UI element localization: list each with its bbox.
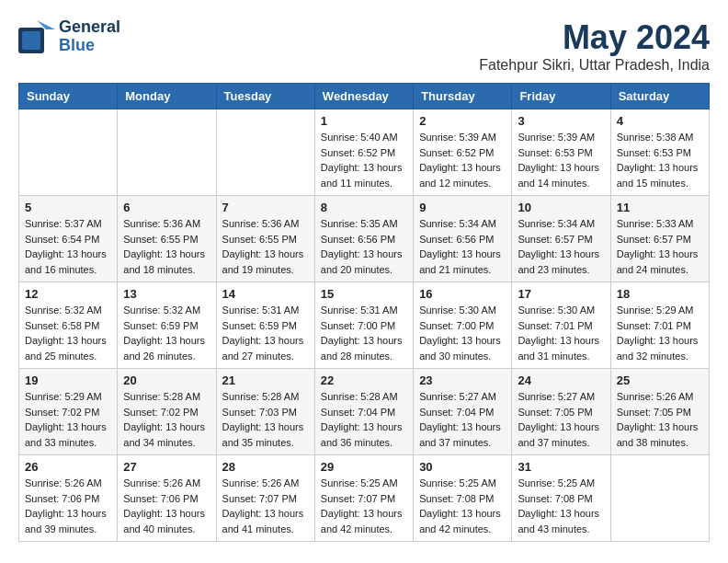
daylight-text: Daylight: 13 hours and 23 minutes. xyxy=(518,248,599,275)
calendar-day-header: Friday xyxy=(512,84,610,109)
daylight-text: Daylight: 13 hours and 16 minutes. xyxy=(25,248,107,275)
logo-text-line1: General xyxy=(59,18,120,37)
day-number: 14 xyxy=(222,287,309,301)
calendar-day-header: Monday xyxy=(118,84,216,109)
sunset-text: Sunset: 7:01 PM xyxy=(617,320,691,331)
calendar-header-row: SundayMondayTuesdayWednesdayThursdayFrid… xyxy=(19,84,710,109)
daylight-text: Daylight: 13 hours and 32 minutes. xyxy=(617,335,699,362)
daylight-text: Daylight: 13 hours and 38 minutes. xyxy=(617,421,699,448)
calendar-cell: 18 Sunrise: 5:29 AM Sunset: 7:01 PM Dayl… xyxy=(610,282,709,369)
sunrise-text: Sunrise: 5:31 AM xyxy=(222,304,300,316)
sunset-text: Sunset: 6:55 PM xyxy=(222,234,297,245)
day-number: 15 xyxy=(321,287,407,301)
daylight-text: Daylight: 13 hours and 18 minutes. xyxy=(123,248,205,275)
day-number: 22 xyxy=(321,373,407,387)
day-info: Sunrise: 5:25 AM Sunset: 7:08 PM Dayligh… xyxy=(419,476,506,536)
sunrise-text: Sunrise: 5:28 AM xyxy=(321,391,398,402)
sunrise-text: Sunrise: 5:37 AM xyxy=(25,218,102,229)
sunrise-text: Sunrise: 5:27 AM xyxy=(419,391,496,402)
sunset-text: Sunset: 6:57 PM xyxy=(617,234,691,245)
day-number: 2 xyxy=(419,114,506,128)
day-number: 29 xyxy=(321,460,407,474)
calendar-day-header: Saturday xyxy=(610,84,709,109)
day-info: Sunrise: 5:28 AM Sunset: 7:04 PM Dayligh… xyxy=(321,389,407,450)
calendar-cell: 25 Sunrise: 5:26 AM Sunset: 7:05 PM Dayl… xyxy=(610,369,709,455)
sunrise-text: Sunrise: 5:25 AM xyxy=(518,477,595,488)
day-number: 11 xyxy=(617,201,703,214)
day-number: 28 xyxy=(222,460,309,474)
day-number: 8 xyxy=(321,201,407,214)
day-info: Sunrise: 5:32 AM Sunset: 6:58 PM Dayligh… xyxy=(25,303,111,363)
daylight-text: Daylight: 13 hours and 30 minutes. xyxy=(419,335,501,362)
sunset-text: Sunset: 6:57 PM xyxy=(518,234,592,245)
daylight-text: Daylight: 13 hours and 37 minutes. xyxy=(419,421,501,448)
day-info: Sunrise: 5:29 AM Sunset: 7:01 PM Dayligh… xyxy=(617,303,703,363)
day-number: 24 xyxy=(518,373,604,387)
calendar-cell: 20 Sunrise: 5:28 AM Sunset: 7:02 PM Dayl… xyxy=(118,369,216,455)
sunrise-text: Sunrise: 5:32 AM xyxy=(25,304,102,316)
day-info: Sunrise: 5:26 AM Sunset: 7:05 PM Dayligh… xyxy=(617,389,703,450)
sunset-text: Sunset: 6:53 PM xyxy=(518,147,592,158)
sunrise-text: Sunrise: 5:34 AM xyxy=(419,218,496,229)
daylight-text: Daylight: 13 hours and 34 minutes. xyxy=(123,421,205,448)
calendar-cell xyxy=(610,455,709,542)
daylight-text: Daylight: 13 hours and 27 minutes. xyxy=(222,335,304,362)
calendar-cell: 22 Sunrise: 5:28 AM Sunset: 7:04 PM Dayl… xyxy=(314,369,413,455)
sunrise-text: Sunrise: 5:30 AM xyxy=(419,304,496,316)
day-info: Sunrise: 5:30 AM Sunset: 7:00 PM Dayligh… xyxy=(419,303,506,363)
sunset-text: Sunset: 6:52 PM xyxy=(321,147,395,158)
day-number: 10 xyxy=(518,201,604,214)
day-info: Sunrise: 5:31 AM Sunset: 7:00 PM Dayligh… xyxy=(321,303,407,363)
calendar-cell: 8 Sunrise: 5:35 AM Sunset: 6:56 PM Dayli… xyxy=(314,196,413,282)
day-info: Sunrise: 5:26 AM Sunset: 7:06 PM Dayligh… xyxy=(25,476,111,536)
sunset-text: Sunset: 6:53 PM xyxy=(617,147,691,158)
daylight-text: Daylight: 13 hours and 40 minutes. xyxy=(123,508,205,534)
calendar-week-row: 26 Sunrise: 5:26 AM Sunset: 7:06 PM Dayl… xyxy=(19,455,710,542)
daylight-text: Daylight: 13 hours and 28 minutes. xyxy=(321,335,403,362)
sunset-text: Sunset: 6:56 PM xyxy=(419,234,494,245)
calendar-day-header: Thursday xyxy=(414,84,512,109)
day-number: 27 xyxy=(123,460,210,474)
svg-rect-1 xyxy=(22,31,40,50)
day-info: Sunrise: 5:28 AM Sunset: 7:02 PM Dayligh… xyxy=(123,389,210,450)
daylight-text: Daylight: 13 hours and 20 minutes. xyxy=(321,248,403,275)
calendar-week-row: 12 Sunrise: 5:32 AM Sunset: 6:58 PM Dayl… xyxy=(19,282,710,369)
calendar-day-header: Tuesday xyxy=(216,84,314,109)
daylight-text: Daylight: 13 hours and 41 minutes. xyxy=(222,508,304,534)
day-number: 3 xyxy=(518,114,604,128)
sunrise-text: Sunrise: 5:26 AM xyxy=(25,477,102,488)
day-info: Sunrise: 5:40 AM Sunset: 6:52 PM Dayligh… xyxy=(321,130,407,190)
calendar-day-header: Sunday xyxy=(19,84,118,109)
sunset-text: Sunset: 6:54 PM xyxy=(25,234,99,245)
calendar-cell: 27 Sunrise: 5:26 AM Sunset: 7:06 PM Dayl… xyxy=(118,455,216,542)
daylight-text: Daylight: 13 hours and 36 minutes. xyxy=(321,421,403,448)
daylight-text: Daylight: 13 hours and 15 minutes. xyxy=(617,162,699,189)
sunset-text: Sunset: 6:56 PM xyxy=(321,234,395,245)
calendar-cell: 3 Sunrise: 5:39 AM Sunset: 6:53 PM Dayli… xyxy=(512,109,610,196)
sunrise-text: Sunrise: 5:27 AM xyxy=(518,391,595,402)
calendar-week-row: 5 Sunrise: 5:37 AM Sunset: 6:54 PM Dayli… xyxy=(19,196,710,282)
daylight-text: Daylight: 13 hours and 24 minutes. xyxy=(617,248,699,275)
calendar-cell: 23 Sunrise: 5:27 AM Sunset: 7:04 PM Dayl… xyxy=(414,369,512,455)
day-info: Sunrise: 5:32 AM Sunset: 6:59 PM Dayligh… xyxy=(123,303,210,363)
calendar-cell: 31 Sunrise: 5:25 AM Sunset: 7:08 PM Dayl… xyxy=(512,455,610,542)
daylight-text: Daylight: 13 hours and 35 minutes. xyxy=(222,421,304,448)
daylight-text: Daylight: 13 hours and 37 minutes. xyxy=(518,421,599,448)
sunrise-text: Sunrise: 5:36 AM xyxy=(222,218,300,229)
sunset-text: Sunset: 7:05 PM xyxy=(518,407,592,418)
sunset-text: Sunset: 7:07 PM xyxy=(321,493,395,504)
day-number: 5 xyxy=(25,201,111,214)
day-number: 9 xyxy=(419,201,506,214)
day-number: 20 xyxy=(123,373,210,387)
sunrise-text: Sunrise: 5:26 AM xyxy=(123,477,200,488)
sunset-text: Sunset: 7:06 PM xyxy=(25,493,99,504)
calendar-cell: 14 Sunrise: 5:31 AM Sunset: 6:59 PM Dayl… xyxy=(216,282,314,369)
calendar-cell: 28 Sunrise: 5:26 AM Sunset: 7:07 PM Dayl… xyxy=(216,455,314,542)
sunset-text: Sunset: 6:58 PM xyxy=(25,320,99,331)
day-number: 13 xyxy=(123,287,210,301)
sunset-text: Sunset: 7:08 PM xyxy=(419,493,494,504)
daylight-text: Daylight: 13 hours and 42 minutes. xyxy=(419,508,501,534)
main-title: May 2024 xyxy=(479,18,710,57)
sunset-text: Sunset: 7:00 PM xyxy=(321,320,395,331)
calendar-cell: 24 Sunrise: 5:27 AM Sunset: 7:05 PM Dayl… xyxy=(512,369,610,455)
